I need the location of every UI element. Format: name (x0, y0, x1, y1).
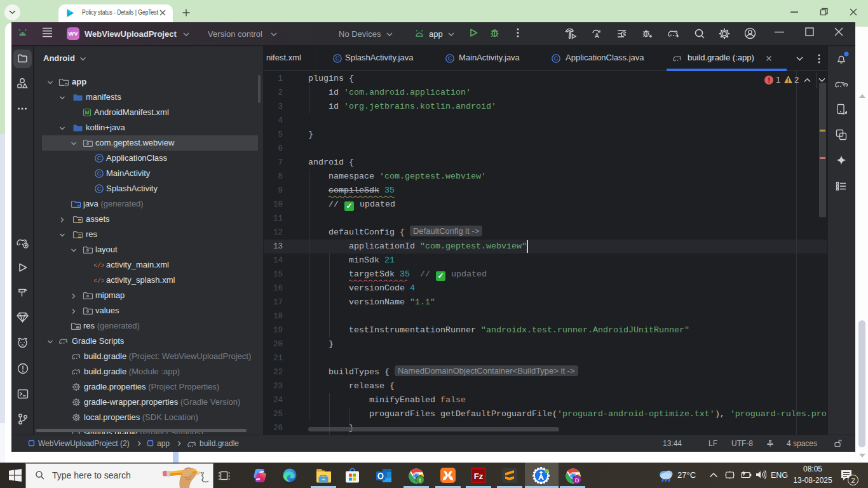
svg-text:</>: </> (94, 262, 104, 269)
svg-text:Fz: Fz (474, 471, 484, 481)
svg-text:*: * (78, 203, 80, 209)
svg-text:A: A (595, 32, 599, 39)
svg-text:D: D (575, 477, 580, 484)
svg-text:</>: </> (94, 278, 104, 285)
svg-text:M: M (85, 109, 89, 116)
